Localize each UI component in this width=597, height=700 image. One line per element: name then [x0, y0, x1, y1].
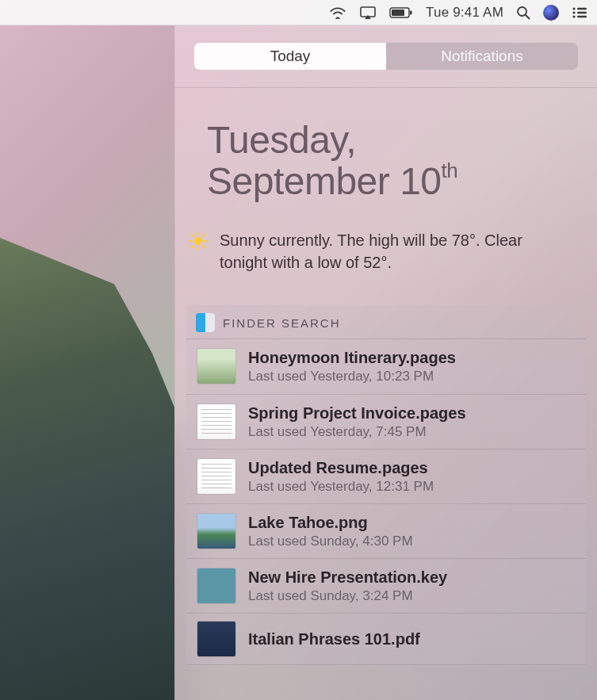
file-row[interactable]: Italian Phrases 101.pdf	[186, 614, 586, 665]
widget-header: FINDER SEARCH	[186, 305, 586, 339]
tab-notifications[interactable]: Notifications	[386, 43, 578, 70]
file-last-used: Last used Yesterday, 10:23 PM	[248, 368, 456, 385]
file-list: Honeymoon Itinerary.pagesLast used Yeste…	[186, 339, 586, 664]
svg-line-19	[203, 235, 205, 236]
svg-point-10	[572, 15, 575, 17]
file-last-used: Last used Sunday, 4:30 PM	[248, 533, 413, 550]
menubar: Tue 9:41 AM	[0, 0, 597, 25]
file-row[interactable]: Lake Tahoe.pngLast used Sunday, 4:30 PM	[186, 504, 586, 559]
sun-icon	[188, 231, 209, 254]
file-info: Updated Resume.pagesLast used Yesterday,…	[248, 457, 434, 495]
file-thumbnail	[197, 349, 235, 384]
finder-icon	[196, 313, 215, 332]
svg-point-4	[518, 7, 526, 16]
date-ordinal: th	[442, 159, 458, 182]
finder-search-widget: FINDER SEARCH Honeymoon Itinerary.pagesL…	[186, 305, 586, 666]
file-row[interactable]: Honeymoon Itinerary.pagesLast used Yeste…	[186, 339, 586, 394]
svg-rect-2	[392, 10, 404, 16]
date-month-day: September 10	[207, 160, 442, 202]
svg-line-18	[203, 246, 205, 247]
file-info: New Hire Presentation.keyLast used Sunda…	[248, 567, 447, 605]
file-thumbnail	[197, 514, 235, 549]
file-row[interactable]: Spring Project Invoice.pagesLast used Ye…	[186, 395, 586, 449]
spotlight-icon[interactable]	[516, 6, 530, 20]
svg-rect-7	[577, 7, 587, 9]
file-info: Lake Tahoe.pngLast used Sunday, 4:30 PM	[248, 512, 413, 550]
file-last-used: Last used Yesterday, 12:31 PM	[248, 478, 434, 495]
file-name: Updated Resume.pages	[248, 457, 434, 478]
wifi-icon[interactable]	[329, 6, 346, 19]
tab-today[interactable]: Today	[194, 43, 386, 70]
airplay-icon[interactable]	[359, 6, 377, 20]
svg-point-12	[194, 237, 202, 245]
file-info: Spring Project Invoice.pagesLast used Ye…	[248, 403, 466, 441]
file-thumbnail	[197, 622, 235, 656]
weather-text: Sunny currently. The high will be 78°. C…	[220, 229, 565, 274]
file-row[interactable]: New Hire Presentation.keyLast used Sunda…	[186, 559, 586, 614]
file-name: Honeymoon Itinerary.pages	[248, 347, 456, 368]
file-info: Honeymoon Itinerary.pagesLast used Yeste…	[248, 347, 456, 385]
file-info: Italian Phrases 101.pdf	[248, 629, 420, 649]
date-line-1: Tuesday,	[207, 120, 573, 161]
svg-line-17	[192, 235, 193, 236]
siri-icon[interactable]	[543, 5, 559, 21]
file-name: New Hire Presentation.key	[248, 567, 447, 587]
svg-line-5	[526, 15, 530, 19]
file-row[interactable]: Updated Resume.pagesLast used Yesterday,…	[186, 449, 586, 504]
battery-icon[interactable]	[389, 7, 413, 18]
svg-rect-11	[577, 15, 587, 17]
file-thumbnail	[197, 459, 235, 494]
svg-point-8	[572, 11, 575, 13]
svg-rect-3	[410, 10, 412, 14]
file-name: Lake Tahoe.png	[248, 512, 413, 533]
notification-center-panel: Today Notifications Tuesday, September 1…	[174, 25, 597, 700]
file-thumbnail	[197, 404, 235, 439]
svg-point-6	[572, 7, 575, 10]
menubar-clock[interactable]: Tue 9:41 AM	[426, 5, 503, 21]
date-line-2: September 10th	[207, 161, 573, 202]
file-last-used: Last used Sunday, 3:24 PM	[248, 587, 447, 605]
file-name: Italian Phrases 101.pdf	[248, 629, 420, 649]
widget-title: FINDER SEARCH	[223, 316, 341, 330]
svg-line-20	[192, 246, 193, 247]
file-thumbnail	[197, 568, 235, 603]
weather-summary[interactable]: Sunny currently. The high will be 78°. C…	[175, 218, 597, 298]
svg-rect-9	[577, 11, 587, 13]
notification-center-icon[interactable]	[572, 6, 587, 19]
file-name: Spring Project Invoice.pages	[248, 403, 466, 423]
file-last-used: Last used Yesterday, 7:45 PM	[248, 423, 466, 441]
tab-switcher: Today Notifications	[194, 43, 578, 70]
today-date: Tuesday, September 10th	[175, 88, 597, 218]
